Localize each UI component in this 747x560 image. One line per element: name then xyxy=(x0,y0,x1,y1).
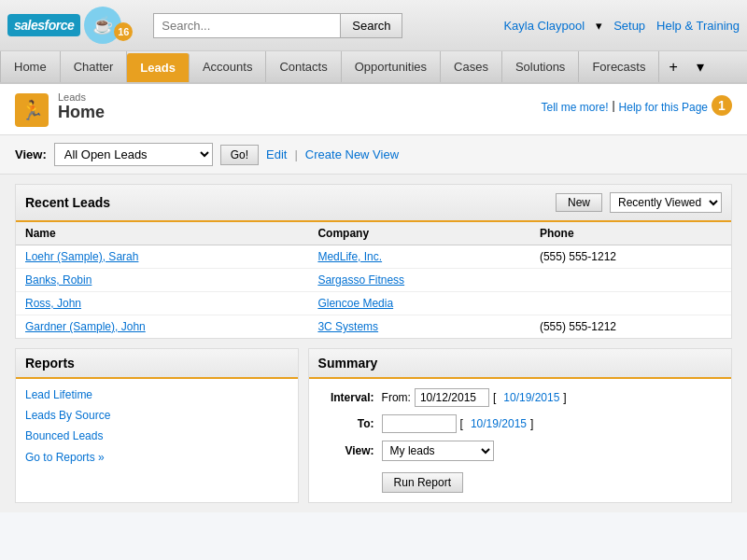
nav-leads[interactable]: Leads xyxy=(127,53,190,82)
user-name[interactable]: Kayla Claypool xyxy=(503,19,585,33)
go-button[interactable]: Go! xyxy=(220,145,259,165)
edit-view-link[interactable]: Edit xyxy=(266,147,287,161)
help-badge[interactable]: 1 xyxy=(712,95,732,116)
lead-name-cell: Gardner (Sample), John xyxy=(16,315,308,339)
lead-phone-cell: (555) 555-1212 xyxy=(530,315,731,339)
help-training-link[interactable]: Help & Training xyxy=(656,19,740,33)
run-report-button[interactable]: Run Report xyxy=(382,472,463,493)
recent-leads-section: Recent Leads New Recently Viewed Alphabe… xyxy=(15,184,732,339)
from-date-input[interactable] xyxy=(415,388,489,407)
reports-section: Reports Lead Lifetime Leads By Source Bo… xyxy=(15,348,299,503)
lead-phone-cell xyxy=(530,292,731,315)
lead-name-link[interactable]: Gardner (Sample), John xyxy=(25,320,146,333)
summary-title: Summary xyxy=(309,349,731,379)
lead-company-link[interactable]: Sargasso Fitness xyxy=(317,273,404,287)
interval-row: Interval: From: [ 10/19/2015 ] xyxy=(318,388,722,407)
separator: | xyxy=(294,147,297,161)
from-bracket-open: [ xyxy=(493,391,496,404)
setup-link[interactable]: Setup xyxy=(613,19,645,33)
col-phone: Phone xyxy=(530,222,731,245)
search-area: Search xyxy=(153,13,494,38)
to-date-input[interactable] xyxy=(382,414,457,433)
lead-phone-cell xyxy=(530,269,731,292)
nav-contacts[interactable]: Contacts xyxy=(266,51,341,82)
to-label: To: xyxy=(318,417,374,430)
leads-table: Name Company Phone Loehr (Sample), Sarah… xyxy=(16,222,731,338)
main-panels: Recent Leads New Recently Viewed Alphabe… xyxy=(0,175,747,512)
view-label: View: xyxy=(15,147,47,161)
lead-name-link[interactable]: Ross, John xyxy=(25,297,81,310)
table-row: Banks, Robin Sargasso Fitness xyxy=(16,269,731,292)
page-title: Home xyxy=(58,103,105,122)
col-name: Name xyxy=(16,222,308,245)
to-date-link[interactable]: 10/19/2015 xyxy=(471,417,527,430)
breadcrumb-area: 🏃 Leads Home xyxy=(15,91,105,127)
top-bar: salesforce ☕ 16 Search Kayla Claypool ▾ … xyxy=(0,0,747,51)
nav-home[interactable]: Home xyxy=(0,51,61,82)
lead-name-cell: Ross, John xyxy=(16,292,308,315)
lead-name-link[interactable]: Loehr (Sample), Sarah xyxy=(25,250,138,263)
edition-badge: 16 xyxy=(114,22,133,41)
lead-name-link[interactable]: Banks, Robin xyxy=(25,273,92,287)
reports-body: Lead Lifetime Leads By Source Bounced Le… xyxy=(16,379,298,473)
user-dropdown-icon[interactable]: ▾ xyxy=(596,19,602,33)
search-button[interactable]: Search xyxy=(340,13,402,38)
table-row: Ross, John Glencoe Media xyxy=(16,292,731,315)
content-area: 🏃 Leads Home Tell me more! | Help for th… xyxy=(0,84,747,512)
help-page-link[interactable]: Help for this Page xyxy=(619,101,708,114)
summary-body: Interval: From: [ 10/19/2015 ] To: xyxy=(309,379,731,502)
separator: | xyxy=(612,99,614,112)
recently-viewed-select[interactable]: Recently Viewed Alphabetical xyxy=(610,192,722,213)
nav-dropdown-button[interactable]: ▾ xyxy=(687,51,713,82)
nav-more-button[interactable]: + xyxy=(659,51,686,82)
recent-leads-header: Recent Leads New Recently Viewed Alphabe… xyxy=(16,185,731,222)
nav-chatter[interactable]: Chatter xyxy=(61,51,128,82)
view-form-label: View: xyxy=(318,444,374,457)
lead-phone-cell: (555) 555-1212 xyxy=(530,245,731,269)
go-to-reports-link[interactable]: Go to Reports » xyxy=(25,451,105,464)
nav-cases[interactable]: Cases xyxy=(441,51,502,82)
to-row: To: [ 10/19/2015 ] xyxy=(318,414,722,433)
tell-me-more-link[interactable]: Tell me more! xyxy=(541,101,608,114)
view-select[interactable]: All Open Leads My Leads Recently Viewed … xyxy=(54,143,213,166)
create-new-view-link[interactable]: Create New View xyxy=(305,147,399,161)
to-bracket-open: [ xyxy=(460,417,463,430)
summary-view-select[interactable]: My leads All leads xyxy=(382,441,494,461)
view-bar: View: All Open Leads My Leads Recently V… xyxy=(0,135,747,175)
from-bracket-close: ] xyxy=(563,391,566,404)
logo-area: salesforce ☕ 16 xyxy=(7,7,133,44)
nav-solutions[interactable]: Solutions xyxy=(502,51,579,82)
lead-name-cell: Loehr (Sample), Sarah xyxy=(16,245,308,269)
to-group: [ 10/19/2015 ] xyxy=(382,414,534,433)
lead-company-cell: 3C Systems xyxy=(308,315,530,339)
leads-icon: 🏃 xyxy=(15,93,49,127)
section-header-right: New Recently Viewed Alphabetical xyxy=(556,192,722,213)
nav-accounts[interactable]: Accounts xyxy=(190,51,266,82)
from-group: From: [ 10/19/2015 ] xyxy=(382,388,567,407)
col-company: Company xyxy=(308,222,530,245)
new-lead-button[interactable]: New xyxy=(556,193,602,212)
nav-forecasts[interactable]: Forecasts xyxy=(579,51,659,82)
lead-lifetime-link[interactable]: Lead Lifetime xyxy=(25,388,289,401)
summary-section: Summary Interval: From: [ 10/19/2015 ] xyxy=(308,348,732,503)
main-nav: Home Chatter Leads Accounts Contacts Opp… xyxy=(0,51,747,84)
table-row: Gardner (Sample), John 3C Systems (555) … xyxy=(16,315,731,339)
lead-company-cell: Sargasso Fitness xyxy=(308,269,530,292)
nav-opportunities[interactable]: Opportunities xyxy=(342,51,441,82)
lead-company-link[interactable]: Glencoe Media xyxy=(317,297,393,310)
leads-by-source-link[interactable]: Leads By Source xyxy=(25,409,289,422)
interval-label: Interval: xyxy=(318,391,374,404)
lead-company-cell: Glencoe Media xyxy=(308,292,530,315)
lead-company-link[interactable]: MedLife, Inc. xyxy=(317,250,382,263)
search-input[interactable] xyxy=(153,13,340,38)
breadcrumb-parent: Leads xyxy=(58,91,105,103)
lead-company-link[interactable]: 3C Systems xyxy=(317,320,378,333)
page-actions: Tell me more! | Help for this Page 1 xyxy=(541,95,732,116)
to-bracket-close: ] xyxy=(530,417,533,430)
recent-leads-title: Recent Leads xyxy=(25,195,110,210)
top-nav-right: Kayla Claypool ▾ Setup Help & Training xyxy=(503,19,740,33)
salesforce-logo: salesforce xyxy=(7,14,80,36)
from-date-link[interactable]: 10/19/2015 xyxy=(503,391,559,404)
bounced-leads-link[interactable]: Bounced Leads xyxy=(25,429,289,442)
breadcrumb-text: Leads Home xyxy=(58,91,105,122)
